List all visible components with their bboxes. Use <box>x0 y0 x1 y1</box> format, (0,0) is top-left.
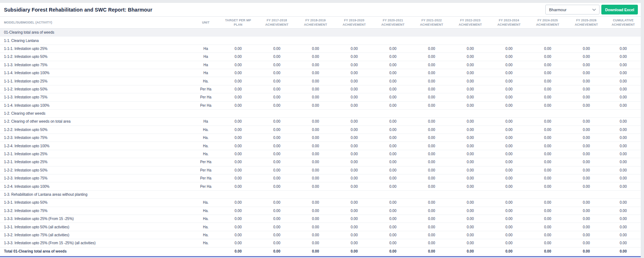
value-cell: 0.00 <box>257 101 296 109</box>
table-row: 1-1-3. Infestation upto 75%Ha0.000.000.0… <box>0 61 641 69</box>
value-cell <box>567 37 606 45</box>
value-cell: 0.00 <box>219 158 257 166</box>
column-header: FY 2021-2022 ACHIEVEMENT <box>412 17 451 29</box>
value-cell: 0.00 <box>567 215 606 223</box>
value-cell: 0.00 <box>257 231 296 239</box>
value-cell: 0.00 <box>296 199 335 207</box>
unit-cell: Ha. <box>193 77 219 85</box>
unit-cell: Ha <box>193 118 219 126</box>
value-cell: 0.00 <box>219 142 257 150</box>
value-cell: 0.00 <box>567 126 606 134</box>
unit-cell: Ha. <box>193 215 219 223</box>
row-label-cell: Total 01-Clearing total area of weeds <box>0 247 193 255</box>
value-cell: 0.00 <box>335 142 374 150</box>
column-header: FY 2025-2026 ACHIEVEMENT <box>567 17 606 29</box>
row-label-cell: 1-1-2. Infestation upto 50% <box>0 85 193 93</box>
value-cell <box>606 29 641 37</box>
value-cell <box>374 29 412 37</box>
value-cell <box>490 29 528 37</box>
value-cell: 0.00 <box>490 150 528 158</box>
value-cell: 0.00 <box>490 53 528 61</box>
value-cell: 0.00 <box>374 223 412 231</box>
value-cell: 0.00 <box>451 134 490 142</box>
value-cell: 0.00 <box>296 215 335 223</box>
value-cell: 0.00 <box>606 53 641 61</box>
row-label-cell: 1-2-3. Infestation upto 75% <box>0 134 193 142</box>
value-cell: 0.00 <box>374 150 412 158</box>
value-cell: 0.00 <box>219 166 257 174</box>
value-cell: 0.00 <box>335 45 374 52</box>
table-row: 1-3-1. Infestation upto 50%Ha.0.000.000.… <box>0 199 641 207</box>
value-cell: 0.00 <box>335 93 374 101</box>
value-cell: 0.00 <box>412 239 451 247</box>
table-row: 1-2-4. Infestation upto 100%Ha.0.000.000… <box>0 142 641 150</box>
value-cell: 0.00 <box>219 207 257 215</box>
value-cell: 0.00 <box>257 158 296 166</box>
value-cell: 0.00 <box>451 158 490 166</box>
page-title: Subsidiary Forest Rehabilitation and SWC… <box>4 7 152 13</box>
download-excel-button[interactable]: Download Excel <box>601 5 638 14</box>
value-cell: 0.00 <box>567 118 606 126</box>
value-cell: 0.00 <box>296 150 335 158</box>
value-cell: 0.00 <box>451 207 490 215</box>
value-cell: 0.00 <box>606 93 641 101</box>
value-cell: 0.00 <box>219 77 257 85</box>
value-cell: 0.00 <box>296 53 335 61</box>
value-cell: 0.00 <box>296 247 335 255</box>
value-cell: 0.00 <box>412 174 451 182</box>
value-cell: 0.00 <box>528 182 567 190</box>
value-cell: 0.00 <box>296 126 335 134</box>
value-cell: 0.00 <box>606 134 641 142</box>
value-cell: 0.00 <box>567 174 606 182</box>
value-cell: 0.00 <box>606 142 641 150</box>
value-cell: 0.00 <box>374 69 412 77</box>
table-row: 1-3-1. Infestation upto 50% (all activit… <box>0 223 641 231</box>
value-cell: 0.00 <box>606 247 641 255</box>
table-row: 1-1-2. Infestation upto 50%Per Ha0.000.0… <box>0 85 641 93</box>
value-cell: 0.00 <box>528 61 567 69</box>
value-cell: 0.00 <box>374 239 412 247</box>
value-cell: 0.00 <box>335 182 374 190</box>
value-cell: 0.00 <box>451 85 490 93</box>
unit-cell: Ha. <box>193 199 219 207</box>
region-select[interactable]: Bharmour <box>545 5 600 14</box>
value-cell: 0.00 <box>335 134 374 142</box>
value-cell: 0.00 <box>335 150 374 158</box>
row-label-cell: 1-2-1. Infestation upto 25% <box>0 158 193 166</box>
value-cell: 0.00 <box>451 77 490 85</box>
value-cell: 0.00 <box>567 134 606 142</box>
value-cell <box>296 190 335 198</box>
value-cell: 0.00 <box>606 150 641 158</box>
value-cell: 0.00 <box>412 158 451 166</box>
value-cell <box>412 109 451 117</box>
unit-cell: Per Ha <box>193 174 219 182</box>
value-cell: 0.00 <box>606 199 641 207</box>
value-cell: 0.00 <box>567 182 606 190</box>
value-cell <box>335 29 374 37</box>
value-cell: 0.00 <box>451 239 490 247</box>
unit-cell: Ha. <box>193 207 219 215</box>
value-cell: 0.00 <box>257 118 296 126</box>
value-cell <box>257 29 296 37</box>
unit-cell: Ha <box>193 45 219 52</box>
value-cell <box>219 190 257 198</box>
unit-cell: Ha. <box>193 134 219 142</box>
value-cell: 0.00 <box>296 223 335 231</box>
value-cell: 0.00 <box>374 77 412 85</box>
value-cell: 0.00 <box>451 142 490 150</box>
value-cell: 0.00 <box>567 85 606 93</box>
value-cell: 0.00 <box>219 61 257 69</box>
table-row: 1-1-4. Infestation upto 100%Ha0.000.000.… <box>0 69 641 77</box>
value-cell <box>567 190 606 198</box>
value-cell: 0.00 <box>412 223 451 231</box>
value-cell: 0.00 <box>374 61 412 69</box>
value-cell: 0.00 <box>528 215 567 223</box>
value-cell <box>257 190 296 198</box>
row-label-cell: 1-3-1. Infestation upto 50% <box>0 199 193 207</box>
value-cell: 0.00 <box>219 239 257 247</box>
value-cell: 0.00 <box>606 239 641 247</box>
region-select-value: Bharmour <box>549 8 566 12</box>
value-cell: 0.00 <box>412 85 451 93</box>
value-cell: 0.00 <box>296 45 335 52</box>
value-cell: 0.00 <box>490 45 528 52</box>
